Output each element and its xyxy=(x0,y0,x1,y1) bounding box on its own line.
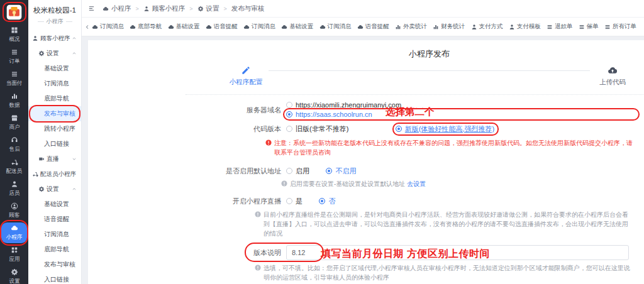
annotation-fill-date: 填写当前月份日期 方便区别上传时间 xyxy=(321,248,490,261)
tab-label: 基础设置 xyxy=(176,23,200,31)
tab-外卖统计[interactable]: 外卖统计 xyxy=(395,23,427,31)
sidebar-item-label: 底部导航 xyxy=(44,245,69,254)
rail-item-label: 商户 xyxy=(9,123,19,131)
sidebar-item-label: 订阅消息 xyxy=(44,79,69,88)
breadcrumb-item-小程序[interactable]: 小程序 xyxy=(103,4,131,13)
sidebar-item-订阅消息[interactable]: 订阅消息 xyxy=(28,227,81,242)
radio-old-version[interactable]: 旧版(非常不推荐) xyxy=(286,124,348,134)
sidebar-item-入口链接[interactable]: 入口链接 xyxy=(28,136,81,151)
sidebar-item-基础设置[interactable]: 基础设置 xyxy=(28,197,81,212)
radio-address-enable[interactable]: 启用 xyxy=(286,167,309,176)
sidebar-item-label: 设置 xyxy=(47,49,59,58)
rail-item-apps[interactable]: 应用 xyxy=(1,244,27,265)
sidebar-item-底部导航[interactable]: 底部导航 xyxy=(28,91,81,106)
tab-语音提醒[interactable]: 语音提醒 xyxy=(357,23,389,31)
tab-支付方式[interactable]: 支付方式 xyxy=(471,23,503,31)
rail-item-facepay[interactable]: 当面付 xyxy=(1,68,27,89)
stepper: 小程序配置 上传代码 xyxy=(223,65,635,87)
miniapp-icon xyxy=(319,24,326,30)
app-logo[interactable] xyxy=(6,4,23,21)
sidebar-item-配送员小程序[interactable]: 配送员小程序 xyxy=(28,167,81,182)
sidebar-item-基础设置[interactable]: 基础设置 xyxy=(28,61,81,76)
sidebar-item-直播[interactable]: 直播 xyxy=(28,151,81,167)
go-settings-link[interactable]: 去设置 xyxy=(407,180,426,187)
radio-icon xyxy=(286,168,292,174)
rail-item-overview[interactable]: 概况 xyxy=(1,25,27,45)
sidebar-item-label: 入口链接 xyxy=(44,139,69,148)
warning-icon xyxy=(265,139,272,146)
sidebar-item-入口链接[interactable]: 入口链接 xyxy=(28,272,81,284)
radio-icon xyxy=(286,102,292,108)
tab-基础设置[interactable]: 基础设置 xyxy=(168,23,200,31)
sidebar-item-设置[interactable]: 设置 xyxy=(28,46,81,61)
tab-订阅消息[interactable]: 订阅消息 xyxy=(243,23,275,31)
radio-label: 新版(体验好性能高,强烈推荐) xyxy=(405,124,494,134)
rail-item-label: 订单 xyxy=(9,57,19,65)
tab-基础设置[interactable]: 基础设置 xyxy=(281,23,313,31)
warning-text: 注意：系统一些新功能在老版本代码上没有或存在不兼容的问题，强烈推荐使用新版代码。… xyxy=(274,138,635,157)
tab-bar: 订阅消息底部导航基础设置语音提醒订阅消息基础设置订阅消息语音提醒外卖统计财务统计… xyxy=(82,18,644,36)
collapse-menu-icon[interactable] xyxy=(88,5,95,12)
rail-item-clerk[interactable]: 店员 xyxy=(1,178,27,199)
list-icon xyxy=(579,24,585,30)
rail-item-label: 概况 xyxy=(9,35,19,43)
sidebar-menu: 顾客小程序设置基础设置订阅消息底部导航发布与审核跳转小程序入口链接直播配送员小程… xyxy=(28,31,81,284)
rail-item-courier[interactable]: 配送员 xyxy=(1,156,27,177)
rail-item-merchant[interactable]: 商户 xyxy=(1,112,27,133)
breadcrumb-label: 发布与审核 xyxy=(231,4,265,13)
radio-domain-option-2[interactable]: https://saas.schoolrun.cn xyxy=(286,110,635,119)
tab-财务统计[interactable]: 财务统计 xyxy=(433,23,465,31)
sidebar-item-语音提醒[interactable]: 语音提醒 xyxy=(28,212,81,227)
tab-催单[interactable]: 催单 xyxy=(579,23,599,31)
form-row-code-version: 代码版本 旧版(非常不推荐) 新版(体验好性能高,强烈推荐) xyxy=(223,123,635,134)
tab-退款单[interactable]: 退款单 xyxy=(547,23,573,31)
radio-label: 启用 xyxy=(296,167,309,176)
tab-底部导航[interactable]: 底部导航 xyxy=(130,23,162,31)
scooter-icon xyxy=(11,158,18,166)
step-miniapp-config: 小程序配置 xyxy=(223,65,269,87)
radio-address-disable[interactable]: 不启用 xyxy=(326,167,356,176)
sidebar-item-label: 设置 xyxy=(47,185,59,194)
server-domain-label: 服务器域名 xyxy=(223,101,286,115)
radio-domain-option-1[interactable]: https://xiaomili.zhengruimanyi.com xyxy=(286,101,635,109)
radio-new-version[interactable]: 新版(体验好性能高,强烈推荐) xyxy=(396,124,494,134)
sidebar-item-发布与审核[interactable]: 发布与审核 xyxy=(28,257,81,272)
tab-订阅消息[interactable]: 订阅消息 xyxy=(319,23,352,31)
radio-live-yes[interactable]: 是 xyxy=(286,197,303,206)
tab-scroll-left-icon[interactable] xyxy=(84,24,91,30)
tab-订阅消息[interactable]: 订阅消息 xyxy=(92,23,124,31)
radio-selected-icon xyxy=(286,111,292,117)
sidebar-item-发布与审核[interactable]: 发布与审核 xyxy=(28,106,81,121)
rail-item-customer[interactable]: 顾客 xyxy=(1,200,27,221)
form-row-server-domain: 服务器域名 https://xiaomili.zhengruimanyi.com… xyxy=(223,101,635,119)
radio-label: 不启用 xyxy=(335,167,356,176)
miniapp-icon xyxy=(206,24,212,30)
breadcrumb-item-顾客小程序[interactable]: 顾客小程序 xyxy=(143,4,186,13)
shop-icon xyxy=(11,114,18,122)
breadcrumb-item-发布与审核[interactable]: 发布与审核 xyxy=(231,4,265,13)
breadcrumb-item-设置[interactable]: 设置 xyxy=(197,4,219,13)
tabs: 订阅消息底部导航基础设置语音提醒订阅消息基础设置订阅消息语音提醒外卖统计财务统计… xyxy=(92,23,636,31)
rail-item-data[interactable]: 数据 xyxy=(1,90,27,111)
tab-所有订单[interactable]: 所有订单 xyxy=(604,23,636,31)
sidebar-item-label: 发布与审核 xyxy=(44,109,75,118)
tab-label: 退款单 xyxy=(555,23,573,31)
breadcrumb-label: 顾客小程序 xyxy=(152,4,186,13)
rail-item-settings[interactable]: 设置 xyxy=(1,266,27,284)
sidebar-item-底部导航[interactable]: 底部导航 xyxy=(28,242,81,257)
page-title: 小程序发布 xyxy=(223,48,635,60)
sidebar-item-顾客小程序[interactable]: 顾客小程序 xyxy=(28,31,81,46)
tab-语音提醒[interactable]: 语音提醒 xyxy=(206,23,238,31)
icon-rail: 概况订单当面付数据商户售后配送员店员顾客小程序应用设置权限 xyxy=(0,0,28,284)
tab-支付模板[interactable]: 支付模板 xyxy=(509,23,541,31)
rail-item-miniapp[interactable]: 小程序 xyxy=(1,222,27,243)
rail-item-label: 配送员 xyxy=(6,167,23,175)
sidebar-item-订阅消息[interactable]: 订阅消息 xyxy=(28,76,81,91)
rail-item-aftersale[interactable]: 售后 xyxy=(1,134,27,155)
sidebar-item-label: 直播 xyxy=(47,155,59,163)
rail-item-orders[interactable]: 订单 xyxy=(1,46,27,67)
radio-live-no[interactable]: 否 xyxy=(319,197,335,206)
sidebar-item-跳转小程序[interactable]: 跳转小程序 xyxy=(28,121,81,136)
sidebar-item-设置[interactable]: 设置 xyxy=(28,182,81,197)
breadcrumb-separator: > xyxy=(136,6,139,12)
